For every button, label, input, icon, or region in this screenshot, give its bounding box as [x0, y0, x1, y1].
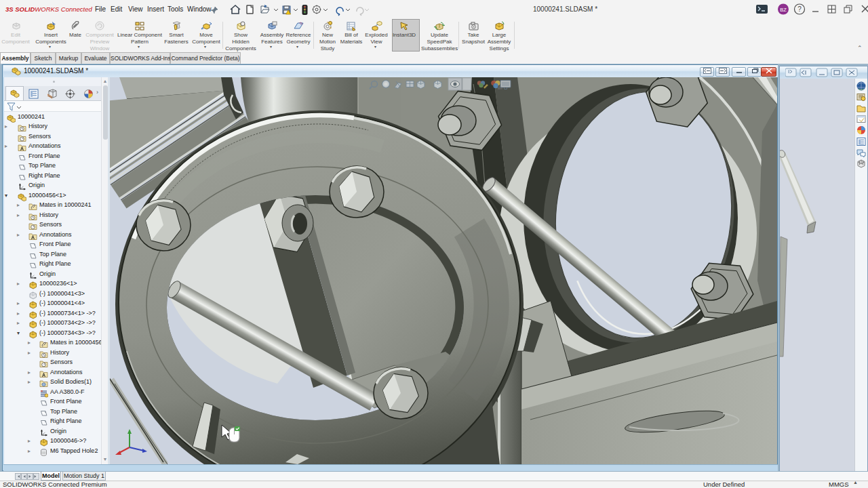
- svg-text:?: ?: [797, 5, 802, 13]
- svg-text:BZ: BZ: [780, 7, 787, 13]
